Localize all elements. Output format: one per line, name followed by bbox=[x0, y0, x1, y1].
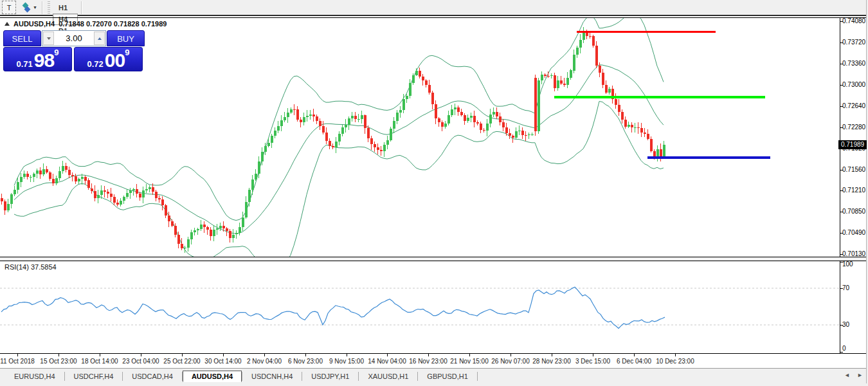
time-axis-tick bbox=[17, 354, 18, 356]
time-axis-label: 23 Oct 04:00 bbox=[122, 358, 159, 365]
price-axis-label: 0.72280 bbox=[842, 124, 865, 131]
price-axis-label: 0.73720 bbox=[842, 39, 865, 46]
time-axis-tick bbox=[428, 354, 429, 356]
indicators-icon bbox=[24, 6, 31, 13]
price-axis-label: 0.73360 bbox=[842, 60, 865, 68]
toolbar-grip[interactable] bbox=[48, 1, 50, 14]
time-axis-tick bbox=[182, 354, 183, 356]
time-axis-tick bbox=[675, 354, 676, 356]
time-axis-label: 30 Oct 14:00 bbox=[204, 358, 241, 365]
time-axis-tick bbox=[347, 354, 347, 356]
collapse-arrow-icon[interactable] bbox=[5, 22, 10, 26]
chart-tab-usdcnh[interactable]: USDCNH,H4 bbox=[242, 371, 302, 382]
chart-tab-audusd[interactable]: AUDUSD,H4 bbox=[183, 371, 242, 382]
time-axis-label: 18 Oct 14:00 bbox=[81, 358, 118, 365]
window-frame-bottom bbox=[0, 383, 868, 386]
chart-title: AUDUSD,H4 0.71848 0.72070 0.71828 0.7198… bbox=[5, 20, 167, 28]
rsi-axis-label: 100 bbox=[842, 261, 853, 268]
indicators-button[interactable]: ▼ bbox=[21, 3, 39, 12]
toolbar-separator bbox=[81, 1, 82, 14]
chart-tab-eurusd[interactable]: EURUSD,H4 bbox=[5, 371, 64, 382]
buy-price-big: 00 bbox=[105, 52, 125, 69]
buy-button[interactable]: BUY bbox=[107, 30, 145, 46]
chart-tabs: EURUSD,H4USDCHF,H4USDCAD,H4AUDUSD,H4USDC… bbox=[5, 371, 478, 382]
triangle-up-icon bbox=[98, 37, 102, 40]
time-axis-tick bbox=[387, 354, 388, 356]
chart-tab-usdjpy[interactable]: USDJPY,H1 bbox=[302, 371, 358, 382]
time-axis-tick bbox=[305, 354, 306, 356]
triangle-down-icon bbox=[47, 37, 51, 40]
time-axis-tick bbox=[469, 354, 470, 356]
time-axis-label: 16 Nov 23:00 bbox=[409, 358, 448, 365]
time-axis-label: 15 Oct 23:00 bbox=[40, 358, 77, 365]
price-axis-label: 0.73000 bbox=[842, 81, 865, 89]
time-axis-tick bbox=[593, 354, 593, 356]
time-axis-label: 14 Nov 04:00 bbox=[368, 358, 406, 365]
buy-price-sup: 9 bbox=[125, 48, 129, 57]
timeframe-button-h1[interactable]: H1 bbox=[53, 2, 78, 14]
trading-terminal-window: T ▼ M1M5M15M30H1H4D1W1MN AUDUSD,H4 0.718… bbox=[0, 0, 868, 386]
time-axis-label: 6 Dec 04:00 bbox=[617, 358, 651, 365]
sell-price-button[interactable]: 0.71 98 9 bbox=[3, 47, 72, 71]
sell-price-prefix: 0.71 bbox=[17, 59, 33, 69]
volume-decrease-button[interactable] bbox=[43, 32, 54, 45]
tab-scroll-right-button[interactable]: ► bbox=[857, 372, 863, 378]
time-axis-label: 11 Oct 2018 bbox=[0, 358, 35, 365]
volume-increase-button[interactable] bbox=[94, 32, 105, 45]
time-axis-tick bbox=[141, 354, 141, 356]
sell-button[interactable]: SELL bbox=[3, 30, 41, 46]
time-axis-tick bbox=[264, 354, 265, 356]
price-axis-label: 0.70490 bbox=[842, 229, 865, 237]
price-axis-label: 0.72640 bbox=[842, 102, 865, 110]
tab-scroll-left-button[interactable]: ◄ bbox=[844, 372, 850, 378]
time-axis-label: 26 Nov 07:00 bbox=[491, 358, 530, 365]
chart-tab-xauusd[interactable]: XAUUSD,H1 bbox=[359, 371, 417, 382]
time-axis-label: 10 Dec 23:00 bbox=[656, 358, 694, 365]
price-axis-label: 0.71560 bbox=[842, 166, 865, 174]
chevron-down-icon: ▼ bbox=[33, 5, 37, 10]
price-axis-label: 0.71210 bbox=[842, 187, 865, 194]
rsi-axis-label: 70 bbox=[842, 284, 849, 292]
buy-price-button[interactable]: 0.72 00 9 bbox=[74, 47, 143, 71]
rsi-chart[interactable] bbox=[0, 261, 868, 354]
time-axis-label: 25 Oct 22:00 bbox=[163, 358, 200, 365]
price-axis-label: 0.70850 bbox=[842, 208, 865, 216]
time-axis-tick bbox=[59, 354, 59, 356]
chart-tab-gbpusd[interactable]: GBPUSD,H1 bbox=[418, 371, 477, 382]
time-axis-tick bbox=[552, 354, 552, 356]
time-axis-label: 9 Nov 15:00 bbox=[329, 358, 364, 365]
price-axis-label: 0.74080 bbox=[842, 17, 865, 25]
time-axis-tick bbox=[634, 354, 635, 356]
buy-price-prefix: 0.72 bbox=[87, 59, 104, 69]
time-axis-tick bbox=[511, 354, 511, 356]
tab-separator bbox=[477, 372, 478, 381]
rsi-indicator-label: RSI(14) 37.5854 bbox=[5, 263, 57, 271]
toolbar-separator bbox=[42, 1, 43, 14]
time-axis-label: 2 Nov 04:00 bbox=[247, 358, 282, 365]
chart-tab-strip: EURUSD,H4USDCHF,H4USDCAD,H4AUDUSD,H4USDC… bbox=[0, 368, 868, 383]
toolbar: T ▼ M1M5M15M30H1H4D1W1MN bbox=[0, 0, 868, 16]
symbol-label: AUDUSD,H4 bbox=[14, 20, 55, 28]
text-tool-button[interactable]: T bbox=[2, 1, 16, 14]
volume-stepper bbox=[42, 30, 106, 46]
current-price-badge: 0.71989 bbox=[838, 140, 867, 149]
time-axis-tick bbox=[100, 354, 100, 356]
rsi-axis-label: 0 bbox=[842, 345, 846, 353]
volume-input[interactable] bbox=[55, 31, 93, 46]
chart-tab-usdchf[interactable]: USDCHF,H4 bbox=[65, 371, 123, 382]
sell-price-sup: 9 bbox=[54, 48, 59, 57]
sell-price-big: 98 bbox=[34, 52, 54, 69]
time-axis-label: 21 Nov 15:00 bbox=[450, 358, 489, 365]
time-axis: 11 Oct 201815 Oct 23:0018 Oct 14:0023 Oc… bbox=[0, 354, 868, 368]
chart-tab-usdcad[interactable]: USDCAD,H4 bbox=[123, 371, 182, 382]
time-axis-label: 28 Nov 23:00 bbox=[532, 358, 571, 365]
ohlc-values: 0.71848 0.72070 0.71828 0.71989 bbox=[59, 20, 167, 28]
rsi-axis-label: 30 bbox=[842, 321, 849, 329]
time-axis-label: 3 Dec 15:00 bbox=[575, 358, 610, 365]
time-axis-label: 6 Nov 23:00 bbox=[288, 358, 323, 365]
one-click-trading-panel: SELL BUY 0.71 98 9 0.72 00 9 bbox=[3, 30, 145, 71]
time-axis-tick bbox=[223, 354, 224, 356]
